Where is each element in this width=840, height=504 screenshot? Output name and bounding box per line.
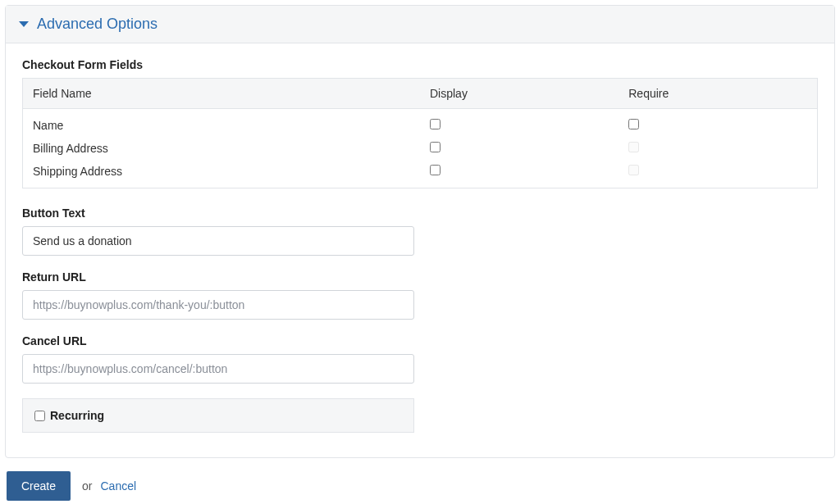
field-name-cell: Name bbox=[23, 109, 421, 138]
cancel-link[interactable]: Cancel bbox=[100, 479, 136, 493]
table-row: Shipping Address bbox=[23, 160, 818, 188]
checkout-form-fields-label: Checkout Form Fields bbox=[22, 58, 818, 71]
create-button[interactable]: Create bbox=[7, 471, 71, 501]
recurring-checkbox[interactable] bbox=[34, 411, 45, 421]
button-text-label: Button Text bbox=[22, 207, 818, 220]
col-require: Require bbox=[619, 79, 817, 109]
or-text: or bbox=[82, 479, 92, 493]
button-text-input[interactable] bbox=[22, 226, 414, 256]
recurring-box: Recurring bbox=[22, 398, 414, 433]
require-checkbox-shipping bbox=[628, 165, 639, 175]
caret-down-icon bbox=[19, 21, 29, 27]
require-checkbox-name[interactable] bbox=[628, 119, 639, 129]
require-checkbox-billing bbox=[628, 142, 639, 152]
col-field-name: Field Name bbox=[23, 79, 421, 109]
advanced-options-toggle[interactable]: Advanced Options bbox=[6, 6, 834, 43]
checkout-fields-table: Field Name Display Require Name Billing … bbox=[22, 78, 818, 188]
table-row: Billing Address bbox=[23, 137, 818, 160]
return-url-input[interactable] bbox=[22, 290, 414, 320]
display-checkbox-billing[interactable] bbox=[430, 142, 441, 152]
cancel-url-input[interactable] bbox=[22, 354, 414, 384]
panel-body: Checkout Form Fields Field Name Display … bbox=[6, 43, 834, 457]
col-display: Display bbox=[420, 79, 619, 109]
field-name-cell: Shipping Address bbox=[23, 160, 421, 188]
recurring-label: Recurring bbox=[50, 409, 104, 422]
display-checkbox-shipping[interactable] bbox=[430, 165, 441, 175]
table-row: Name bbox=[23, 109, 818, 138]
display-checkbox-name[interactable] bbox=[430, 119, 441, 129]
panel-title: Advanced Options bbox=[37, 16, 158, 33]
advanced-options-panel: Advanced Options Checkout Form Fields Fi… bbox=[5, 5, 835, 458]
field-name-cell: Billing Address bbox=[23, 137, 421, 160]
cancel-url-label: Cancel URL bbox=[22, 334, 818, 347]
footer-actions: Create or Cancel bbox=[5, 471, 835, 501]
return-url-label: Return URL bbox=[22, 270, 818, 284]
